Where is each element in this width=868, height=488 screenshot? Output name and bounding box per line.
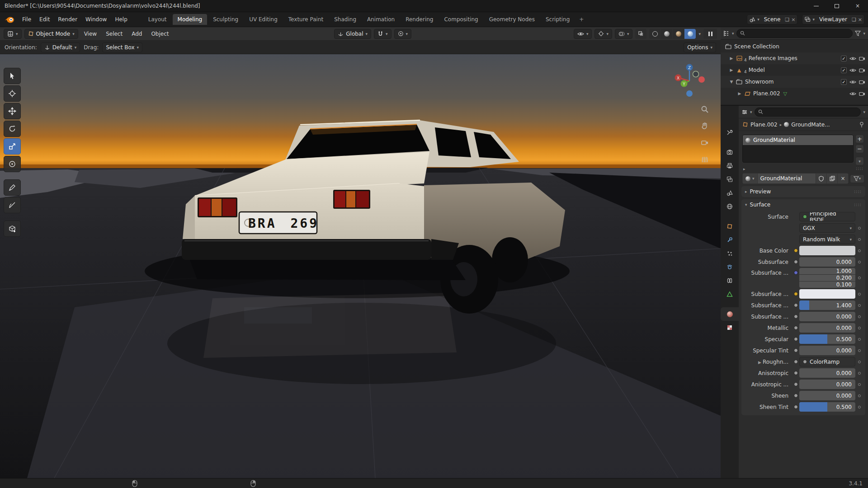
metallic-slider[interactable]: 0.000	[799, 323, 855, 333]
gizmos-dropdown[interactable]: ▾	[594, 29, 612, 39]
filter-icon[interactable]	[855, 31, 861, 36]
tool-rotate[interactable]	[4, 121, 21, 137]
unlink-scene-icon[interactable]: ×	[791, 17, 795, 23]
shading-wireframe-button[interactable]	[649, 29, 660, 39]
distribution-dropdown[interactable]: GGX▾	[799, 223, 855, 233]
sheen-slider[interactable]: 0.000	[799, 391, 855, 400]
tab-constraints[interactable]	[721, 274, 739, 287]
tab-modeling[interactable]: Modeling	[173, 14, 208, 25]
maximize-button[interactable]	[826, 0, 847, 12]
tab-object-data[interactable]	[721, 287, 739, 301]
keyframe-decorator-icon[interactable]	[858, 315, 861, 318]
selectability-checkbox[interactable]: ✓	[841, 67, 847, 73]
menu-edit[interactable]: Edit	[35, 14, 54, 24]
render-pause-button[interactable]	[703, 29, 717, 39]
tab-particles[interactable]	[721, 247, 739, 260]
add-menu[interactable]: Add	[128, 29, 145, 39]
overlays-dropdown[interactable]: ▾	[615, 29, 633, 39]
expand-down-icon[interactable]: ▼	[728, 80, 735, 84]
tab-compositing[interactable]: Compositing	[439, 14, 483, 25]
breadcrumb-object[interactable]: Plane.002	[750, 122, 778, 128]
expand-right-icon[interactable]: ▶	[728, 68, 735, 72]
tab-animation[interactable]: Animation	[362, 14, 400, 25]
tab-scene[interactable]	[721, 186, 739, 200]
browse-material-button[interactable]: ▾	[743, 174, 758, 183]
slot-specials-button[interactable]: ▾	[855, 157, 864, 165]
new-material-button[interactable]	[826, 174, 837, 183]
minimize-button[interactable]	[806, 0, 826, 12]
keyframe-decorator-icon[interactable]	[858, 261, 861, 263]
keyframe-decorator-icon[interactable]	[858, 304, 861, 307]
tab-rendering[interactable]: Rendering	[401, 14, 438, 25]
tab-texture[interactable]	[721, 321, 739, 334]
tool-add-cube[interactable]	[4, 221, 21, 237]
snap-dropdown[interactable]: ▾	[374, 29, 392, 39]
outliner-row-reference-images[interactable]: ▶ 4 Reference Images ✓	[721, 52, 868, 64]
surface-panel-header[interactable]: ▾ Surface ∷∷	[741, 199, 865, 210]
editor-type-button[interactable]: ▾	[4, 29, 22, 39]
sss-method-dropdown[interactable]: Random Walk▾	[799, 235, 855, 244]
transform-orientation-dropdown[interactable]: Global ▾	[334, 29, 371, 39]
outliner-row-showroom[interactable]: ▼ Showroom ✓	[721, 76, 868, 88]
orientation-dropdown[interactable]: Default ▾	[41, 42, 80, 52]
scene-selector[interactable]: ▾ Scene ❏ ×	[747, 14, 797, 24]
outliner-search-input[interactable]	[736, 29, 853, 38]
keyframe-decorator-icon[interactable]	[858, 277, 861, 279]
outliner-row-model[interactable]: ▶ ▲ 4 Model ✓	[721, 64, 868, 76]
add-workspace-button[interactable]: +	[576, 15, 587, 24]
tab-physics[interactable]	[721, 260, 739, 274]
tab-tool[interactable]	[721, 126, 739, 139]
tab-uv-editing[interactable]: UV Editing	[244, 14, 283, 25]
shading-rendered-button[interactable]	[684, 29, 696, 39]
camera-visibility-icon[interactable]	[859, 91, 865, 96]
keyframe-decorator-icon[interactable]	[858, 293, 861, 296]
chevron-down-icon[interactable]: ▾	[863, 110, 865, 114]
tool-annotate[interactable]	[4, 179, 21, 196]
camera-visibility-icon[interactable]	[859, 68, 865, 73]
tab-texture-paint[interactable]: Texture Paint	[283, 14, 328, 25]
radius-z-field[interactable]: 0.100	[799, 282, 855, 288]
shading-material-button[interactable]	[673, 29, 684, 39]
tab-material[interactable]	[721, 307, 739, 321]
xray-toggle[interactable]	[635, 29, 646, 39]
drag-dropdown[interactable]: Select Box ▾	[102, 42, 142, 52]
tab-output[interactable]	[721, 159, 739, 173]
sheen-tint-slider[interactable]: 0.500	[799, 402, 855, 412]
breadcrumb-material[interactable]: GroundMate...	[791, 122, 830, 128]
object-menu[interactable]: Object	[148, 29, 172, 39]
tab-modifiers[interactable]	[721, 233, 739, 247]
gizmo-x-neg-axis[interactable]	[698, 76, 705, 83]
camera-visibility-icon[interactable]	[859, 80, 865, 84]
tool-cursor[interactable]	[4, 85, 21, 102]
specular-slider[interactable]: 0.500	[799, 334, 855, 344]
mode-dropdown[interactable]: Object Mode ▾	[24, 29, 78, 39]
remove-slot-button[interactable]: −	[855, 145, 864, 153]
material-name-field[interactable]: GroundMaterial	[758, 174, 816, 183]
pan-hand-icon[interactable]	[699, 121, 710, 131]
eye-icon[interactable]	[849, 68, 856, 73]
keyframe-decorator-icon[interactable]	[858, 238, 861, 241]
tab-scripting[interactable]: Scripting	[541, 14, 575, 25]
new-viewlayer-icon[interactable]: ❏	[852, 17, 856, 23]
properties-editor-icon[interactable]	[741, 109, 748, 115]
tab-geometry-nodes[interactable]: Geometry Nodes	[484, 14, 540, 25]
eye-icon[interactable]	[849, 91, 856, 96]
zoom-tool-icon[interactable]	[699, 104, 710, 115]
add-slot-button[interactable]: +	[855, 135, 864, 143]
expand-right-icon[interactable]: ▶	[728, 56, 735, 61]
keyframe-decorator-icon[interactable]	[858, 394, 861, 397]
material-slot-list[interactable]: GroundMaterial	[742, 135, 854, 163]
subsurface-slider[interactable]: 0.000	[799, 257, 855, 267]
outliner-editor-icon[interactable]	[723, 30, 730, 37]
preview-panel-header[interactable]: ▸ Preview ∷∷	[741, 186, 865, 197]
surface-shader-dropdown[interactable]: Principled BSDF	[799, 212, 855, 221]
tab-world[interactable]	[721, 200, 739, 213]
menu-file[interactable]: File	[18, 14, 35, 24]
selectability-checkbox[interactable]: ✓	[841, 56, 847, 61]
tab-sculpting[interactable]: Sculpting	[208, 14, 243, 25]
camera-view-icon[interactable]	[699, 137, 710, 148]
outliner-row-scene-collection[interactable]: Scene Collection	[721, 41, 868, 52]
tab-object[interactable]	[721, 220, 739, 233]
gizmo-y-neg-axis[interactable]	[693, 71, 699, 77]
tool-transform[interactable]	[4, 156, 21, 172]
